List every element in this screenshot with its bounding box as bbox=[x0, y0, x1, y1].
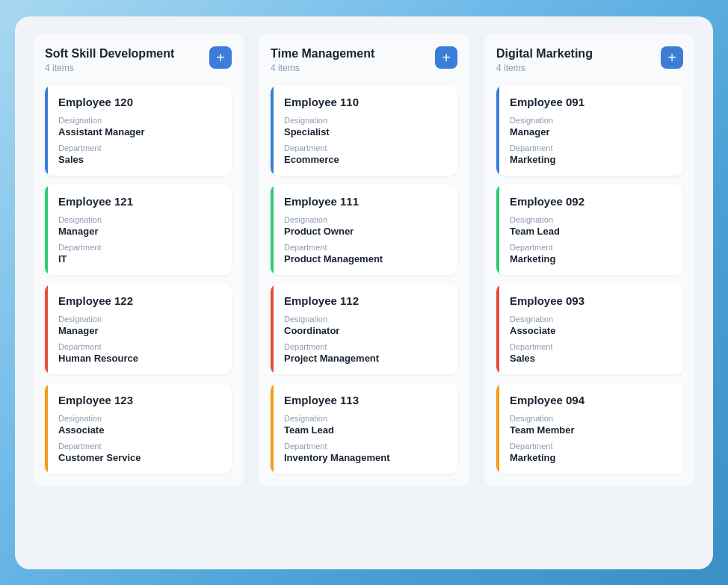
department-label: Department bbox=[58, 342, 221, 351]
employee-card[interactable]: Employee 092DesignationTeam LeadDepartme… bbox=[496, 185, 683, 275]
department-value: Sales bbox=[510, 353, 673, 364]
employee-name: Employee 113 bbox=[284, 394, 447, 406]
add-employee-button[interactable]: + bbox=[209, 46, 232, 69]
kanban-board: Soft Skill Development4 items+Employee 1… bbox=[33, 34, 695, 486]
department-label: Department bbox=[284, 143, 447, 152]
department-value: Sales bbox=[58, 154, 221, 165]
employee-name: Employee 092 bbox=[510, 195, 673, 208]
employee-name: Employee 093 bbox=[510, 294, 673, 307]
employee-name: Employee 111 bbox=[284, 195, 447, 208]
department-value: Marketing bbox=[510, 154, 673, 165]
department-value: Marketing bbox=[510, 253, 673, 264]
employee-card[interactable]: Employee 112DesignationCoordinatorDepart… bbox=[271, 284, 457, 374]
employee-card[interactable]: Employee 113DesignationTeam LeadDepartme… bbox=[271, 383, 457, 474]
designation-label: Designation bbox=[510, 315, 673, 324]
column-title: Time Management bbox=[271, 46, 374, 62]
column-count: 4 items bbox=[496, 63, 593, 73]
designation-label: Designation bbox=[510, 116, 673, 125]
designation-value: Associate bbox=[510, 325, 673, 336]
designation-label: Designation bbox=[510, 215, 673, 224]
designation-label: Designation bbox=[58, 414, 221, 423]
column-digital-marketing: Digital Marketing4 items+Employee 091Des… bbox=[484, 34, 695, 486]
designation-label: Designation bbox=[284, 315, 447, 324]
designation-value: Team Member bbox=[510, 424, 673, 436]
column-time-management: Time Management4 items+Employee 110Desig… bbox=[259, 34, 469, 486]
department-label: Department bbox=[510, 442, 673, 451]
add-employee-button[interactable]: + bbox=[435, 46, 457, 69]
employee-name: Employee 120 bbox=[58, 96, 221, 108]
designation-value: Manager bbox=[58, 226, 221, 237]
department-label: Department bbox=[58, 143, 221, 152]
column-count: 4 items bbox=[271, 63, 374, 73]
employee-name: Employee 121 bbox=[58, 195, 221, 208]
department-label: Department bbox=[510, 243, 673, 252]
employee-card[interactable]: Employee 122DesignationManagerDepartment… bbox=[45, 284, 232, 374]
designation-value: Team Lead bbox=[510, 226, 673, 237]
designation-value: Specialist bbox=[284, 126, 447, 137]
employee-name: Employee 112 bbox=[284, 294, 447, 307]
column-title: Digital Marketing bbox=[496, 46, 593, 62]
designation-value: Assistant Manager bbox=[58, 126, 221, 137]
designation-value: Associate bbox=[58, 424, 221, 436]
designation-label: Designation bbox=[58, 315, 221, 324]
department-value: Ecommerce bbox=[284, 154, 447, 165]
column-title-group: Time Management4 items bbox=[271, 46, 374, 74]
designation-value: Manager bbox=[58, 325, 221, 336]
department-label: Department bbox=[284, 442, 447, 451]
department-value: Inventory Management bbox=[284, 452, 447, 463]
department-value: Project Management bbox=[284, 353, 447, 364]
designation-label: Designation bbox=[58, 116, 221, 125]
designation-label: Designation bbox=[284, 116, 447, 125]
column-header: Soft Skill Development4 items+ bbox=[45, 46, 232, 74]
department-value: Human Resource bbox=[58, 353, 221, 364]
employee-card[interactable]: Employee 094DesignationTeam MemberDepart… bbox=[496, 383, 683, 474]
employee-card[interactable]: Employee 121DesignationManagerDepartment… bbox=[45, 185, 232, 275]
column-title-group: Digital Marketing4 items bbox=[496, 46, 593, 74]
designation-label: Designation bbox=[284, 414, 447, 423]
designation-value: Product Owner bbox=[284, 226, 447, 237]
department-label: Department bbox=[58, 243, 221, 252]
department-value: Marketing bbox=[510, 452, 673, 463]
employee-card[interactable]: Employee 111DesignationProduct OwnerDepa… bbox=[271, 185, 457, 275]
column-header: Digital Marketing4 items+ bbox=[496, 46, 683, 74]
employee-name: Employee 091 bbox=[510, 96, 673, 108]
employee-card[interactable]: Employee 091DesignationManagerDepartment… bbox=[496, 85, 683, 176]
main-container: Soft Skill Development4 items+Employee 1… bbox=[15, 16, 713, 569]
department-value: Product Management bbox=[284, 253, 447, 264]
designation-value: Coordinator bbox=[284, 325, 447, 336]
column-title-group: Soft Skill Development4 items bbox=[45, 46, 174, 74]
department-label: Department bbox=[284, 342, 447, 351]
designation-value: Team Lead bbox=[284, 424, 447, 436]
add-employee-button[interactable]: + bbox=[661, 46, 683, 69]
department-value: Customer Service bbox=[58, 452, 221, 463]
employee-name: Employee 122 bbox=[58, 294, 221, 307]
employee-card[interactable]: Employee 110DesignationSpecialistDepartm… bbox=[271, 85, 457, 176]
department-label: Department bbox=[510, 143, 673, 152]
department-label: Department bbox=[284, 243, 447, 252]
designation-label: Designation bbox=[58, 215, 221, 224]
designation-label: Designation bbox=[284, 215, 447, 224]
designation-value: Manager bbox=[510, 126, 673, 137]
employee-name: Employee 110 bbox=[284, 96, 447, 108]
department-label: Department bbox=[58, 442, 221, 451]
designation-label: Designation bbox=[510, 414, 673, 423]
employee-card[interactable]: Employee 093DesignationAssociateDepartme… bbox=[496, 284, 683, 374]
employee-card[interactable]: Employee 120DesignationAssistant Manager… bbox=[45, 85, 232, 176]
column-soft-skill: Soft Skill Development4 items+Employee 1… bbox=[33, 34, 244, 486]
employee-card[interactable]: Employee 123DesignationAssociateDepartme… bbox=[45, 383, 232, 474]
column-title: Soft Skill Development bbox=[45, 46, 174, 62]
department-label: Department bbox=[510, 342, 673, 351]
column-count: 4 items bbox=[45, 63, 174, 73]
employee-name: Employee 123 bbox=[58, 394, 221, 406]
column-header: Time Management4 items+ bbox=[271, 46, 457, 74]
employee-name: Employee 094 bbox=[510, 394, 673, 406]
department-value: IT bbox=[58, 253, 221, 264]
